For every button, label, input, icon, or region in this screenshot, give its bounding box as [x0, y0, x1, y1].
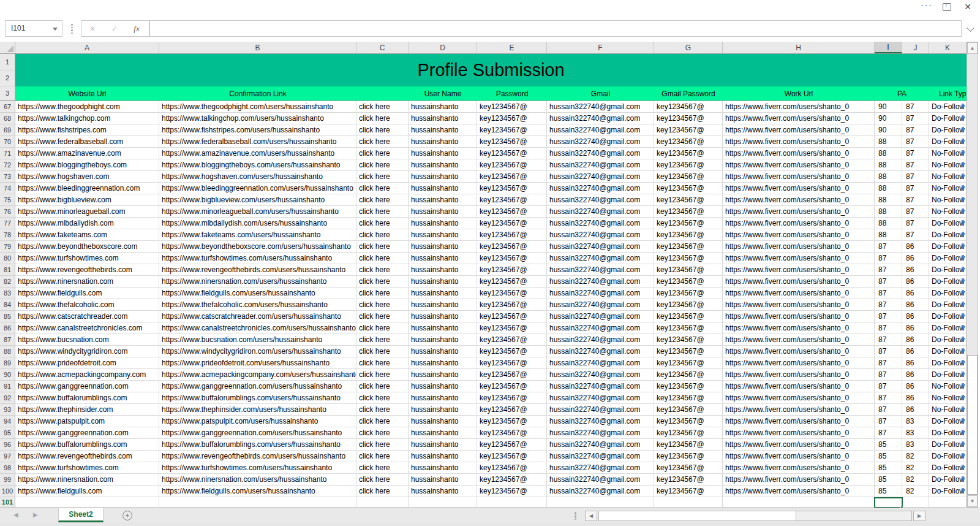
cell-K90[interactable]: Do-Follow [929, 369, 967, 381]
cell-K69[interactable]: Do-Follow [929, 124, 967, 136]
cell-E71[interactable]: key1234567@ [477, 148, 547, 159]
cell-I87[interactable]: 87 [875, 334, 902, 346]
cell-F75[interactable]: hussain322740@gmail.com [547, 194, 654, 206]
cell-A82[interactable]: https://www.ninersnation.com [15, 276, 159, 288]
scroll-up-icon[interactable]: ▲ [967, 42, 978, 54]
cell-A99[interactable]: https://www.ninersnation.com [15, 474, 159, 486]
cell-C67[interactable]: click here [356, 101, 409, 113]
cell-C69[interactable]: click here [356, 124, 409, 136]
cell-G101[interactable] [654, 497, 723, 508]
cell-C97[interactable]: click here [356, 451, 409, 462]
row-header-70[interactable]: 70 [0, 136, 15, 148]
cell-A88[interactable]: https://www.windycitygridiron.com [15, 346, 159, 357]
cell-K94[interactable]: Do-Follow [929, 416, 967, 427]
cell-C100[interactable]: click here [356, 486, 409, 497]
cell-B97[interactable]: https://www.revengeofthebirds.com/users/… [159, 451, 356, 462]
cell-J95[interactable]: 83 [902, 427, 929, 439]
cell-B81[interactable]: https://www.revengeofthebirds.com/users/… [159, 264, 356, 276]
row-header-2[interactable]: 2 [0, 71, 15, 87]
cell-D101[interactable] [409, 497, 477, 508]
cell-I72[interactable]: 88 [875, 159, 902, 171]
cell-D69[interactable]: hussainshanto [409, 124, 477, 136]
cell-J80[interactable]: 86 [902, 253, 929, 264]
row-header-73[interactable]: 73 [0, 171, 15, 183]
cell-H77[interactable]: https://www.fiverr.com/users/shanto_0 [723, 218, 875, 229]
row-header-95[interactable]: 95 [0, 427, 15, 439]
cell-D76[interactable]: hussainshanto [409, 206, 477, 218]
cell-J69[interactable]: 87 [902, 124, 929, 136]
cell-D82[interactable]: hussainshanto [409, 276, 477, 288]
cell-K79[interactable]: Do-Follow [929, 241, 967, 253]
cell-K80[interactable]: Do-Follow [929, 253, 967, 264]
cell-K97[interactable]: Do-Follow [929, 451, 967, 462]
cell-K93[interactable]: No-Follow [929, 404, 967, 416]
horizontal-scrollbar[interactable] [598, 511, 912, 521]
cell-J94[interactable]: 83 [902, 416, 929, 427]
cell-A100[interactable]: https://www.fieldgulls.com [15, 486, 159, 497]
row-header-84[interactable]: 84 [0, 299, 15, 311]
cell-K73[interactable]: No-Follow [929, 171, 967, 183]
cell-K100[interactable]: Do-Follow [929, 486, 967, 497]
cell-C86[interactable]: click here [356, 322, 409, 334]
row-header-85[interactable]: 85 [0, 311, 15, 322]
cell-I75[interactable]: 88 [875, 194, 902, 206]
cell-D73[interactable]: hussainshanto [409, 171, 477, 183]
cell-A68[interactable]: https://www.talkingchop.com [15, 113, 159, 124]
row-header-92[interactable]: 92 [0, 392, 15, 404]
cell-J91[interactable]: 86 [902, 381, 929, 392]
fx-icon[interactable]: fx [126, 24, 148, 34]
cell-G82[interactable]: key1234567@ [654, 276, 723, 288]
cell-I99[interactable]: 85 [875, 474, 902, 486]
cell-G73[interactable]: key1234567@ [654, 171, 723, 183]
cell-D89[interactable]: hussainshanto [409, 357, 477, 369]
cell-H80[interactable]: https://www.fiverr.com/users/shanto_0 [723, 253, 875, 264]
cell-C89[interactable]: click here [356, 357, 409, 369]
header-website-url[interactable]: Website Url [15, 86, 159, 101]
cell-A73[interactable]: https://www.hogshaven.com [15, 171, 159, 183]
close-icon[interactable]: ✕ [962, 1, 974, 13]
cell-F97[interactable]: hussain322740@gmail.com [547, 451, 654, 462]
cell-A81[interactable]: https://www.revengeofthebirds.com [15, 264, 159, 276]
cell-F94[interactable]: hussain322740@gmail.com [547, 416, 654, 427]
cell-F79[interactable]: hussain322740@gmail.com [547, 241, 654, 253]
cell-K67[interactable]: Do-Follow [929, 101, 967, 113]
cell-D77[interactable]: hussainshanto [409, 218, 477, 229]
cell-H67[interactable]: https://www.fiverr.com/users/shanto_0 [723, 101, 875, 113]
cell-F91[interactable]: hussain322740@gmail.com [547, 381, 654, 392]
scroll-right-icon[interactable]: ▶ [913, 511, 925, 521]
cell-I76[interactable]: 88 [875, 206, 902, 218]
cell-C81[interactable]: click here [356, 264, 409, 276]
cell-A71[interactable]: https://www.amazinavenue.com [15, 148, 159, 159]
scroll-left-icon[interactable]: ◀ [585, 511, 597, 521]
cell-J81[interactable]: 86 [902, 264, 929, 276]
cell-I79[interactable]: 87 [875, 241, 902, 253]
cell-J67[interactable]: 87 [902, 101, 929, 113]
cell-A78[interactable]: https://www.faketeams.com [15, 229, 159, 241]
cell-H87[interactable]: https://www.fiverr.com/users/shanto_0 [723, 334, 875, 346]
cell-I78[interactable]: 88 [875, 229, 902, 241]
cell-D71[interactable]: hussainshanto [409, 148, 477, 159]
cell-A70[interactable]: https://www.federalbaseball.com [15, 136, 159, 148]
cell-D97[interactable]: hussainshanto [409, 451, 477, 462]
row-header-93[interactable]: 93 [0, 404, 15, 416]
cell-F72[interactable]: hussain322740@gmail.com [547, 159, 654, 171]
header-empty-c[interactable] [356, 86, 409, 101]
cell-D74[interactable]: hussainshanto [409, 183, 477, 194]
cell-H97[interactable]: https://www.fiverr.com/users/shanto_0 [723, 451, 875, 462]
cell-F73[interactable]: hussain322740@gmail.com [547, 171, 654, 183]
cell-B93[interactable]: https://www.thephinsider.com/users/hussa… [159, 404, 356, 416]
cell-C74[interactable]: click here [356, 183, 409, 194]
cell-D72[interactable]: hussainshanto [409, 159, 477, 171]
cell-H100[interactable]: https://www.fiverr.com/users/shanto_0 [723, 486, 875, 497]
cell-F81[interactable]: hussain322740@gmail.com [547, 264, 654, 276]
scroll-down-icon[interactable]: ▼ [967, 495, 978, 507]
cell-H75[interactable]: https://www.fiverr.com/users/shanto_0 [723, 194, 875, 206]
cell-F83[interactable]: hussain322740@gmail.com [547, 288, 654, 299]
cell-J78[interactable]: 87 [902, 229, 929, 241]
cell-E77[interactable]: key1234567@ [477, 218, 547, 229]
cell-C80[interactable]: click here [356, 253, 409, 264]
cell-K95[interactable]: Do-Follow [929, 427, 967, 439]
cell-C85[interactable]: click here [356, 311, 409, 322]
cell-E74[interactable]: key1234567@ [477, 183, 547, 194]
cell-B86[interactable]: https://www.canalstreetchronicles.com/us… [159, 322, 356, 334]
